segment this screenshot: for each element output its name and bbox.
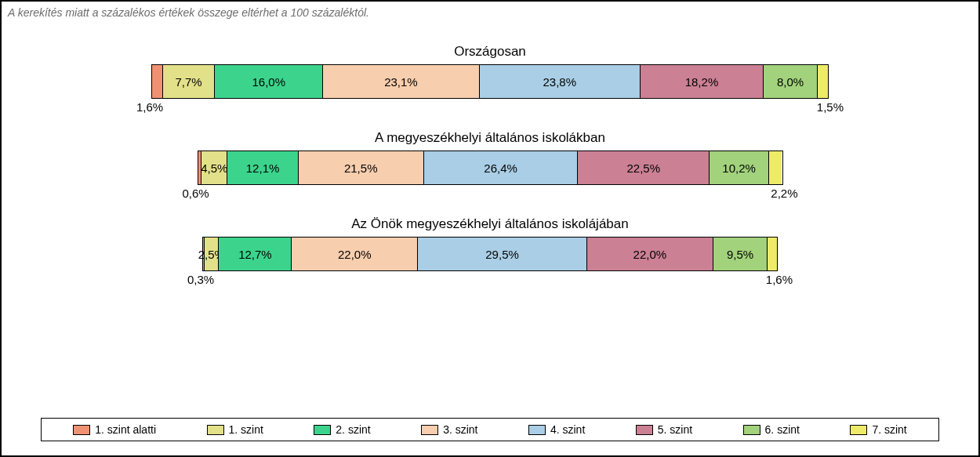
segment-label: 10,2% — [722, 161, 756, 175]
segment-3.-szint: 23,1% — [323, 65, 479, 98]
legend-label: 3. szint — [443, 423, 477, 436]
segment-label: 23,8% — [543, 75, 577, 89]
bar-title-2: Az Önök megyeszékhelyi általános iskoláj… — [49, 216, 931, 232]
segment-5.-szint: 22,0% — [587, 238, 713, 270]
segment-5.-szint: 18,2% — [641, 65, 764, 98]
segment-label: 1,6% — [766, 273, 793, 286]
legend-label: 1. szint alatti — [95, 423, 156, 436]
bar-row-2: 0,3%2,5%12,7%22,0%29,5%22,0%9,5%1,6% — [202, 237, 778, 271]
stacked-bar: 1,6%7,7%16,0%23,1%23,8%18,2%8,0%1,5% — [151, 64, 829, 99]
segment-3.-szint: 21,5% — [299, 151, 424, 184]
segment-6.-szint: 8,0% — [764, 65, 818, 98]
legend-swatch — [207, 425, 224, 435]
bar-row-0: 1,6%7,7%16,0%23,1%23,8%18,2%8,0%1,5% — [151, 64, 829, 99]
legend-item: 4. szint — [528, 423, 585, 436]
legend-swatch — [528, 425, 546, 435]
segment-label: 9,5% — [727, 248, 753, 261]
legend: 1. szint alatti1. szint2. szint3. szint4… — [41, 418, 939, 441]
rounding-note: A kerekítés miatt a százalékos értékek ö… — [2, 2, 978, 20]
legend-item: 2. szint — [314, 423, 370, 436]
legend-label: 4. szint — [550, 423, 585, 436]
segment-label: 26,4% — [484, 161, 517, 175]
segment-5.-szint: 22,5% — [578, 151, 710, 184]
segment-label: 22,0% — [338, 248, 372, 261]
legend-swatch — [743, 425, 760, 435]
legend-swatch — [73, 425, 90, 435]
legend-item: 5. szint — [636, 423, 692, 436]
segment-1.-szint: 2,5% — [205, 238, 219, 270]
legend-item: 3. szint — [421, 423, 477, 436]
legend-swatch — [421, 425, 438, 435]
segment-label: 22,0% — [633, 248, 667, 261]
segment-label: 21,5% — [344, 161, 378, 175]
bar-title-0: Országosan — [49, 44, 931, 60]
legend-label: 6. szint — [765, 423, 800, 436]
segment-label: 7,7% — [175, 75, 201, 89]
segment-label: 29,5% — [485, 248, 519, 261]
segment-3.-szint: 22,0% — [292, 238, 418, 270]
segment-2.-szint: 16,0% — [215, 65, 323, 98]
segment-label: 12,1% — [246, 161, 280, 175]
legend-label: 5. szint — [658, 423, 692, 436]
segment-label: 23,1% — [384, 75, 418, 89]
bar-row-1: 0,6%4,5%12,1%21,5%26,4%22,5%10,2%2,2% — [198, 151, 783, 185]
legend-label: 7. szint — [872, 423, 906, 436]
legend-swatch — [314, 425, 331, 435]
plots-area: Országosan 1,6%7,7%16,0%23,1%23,8%18,2%8… — [2, 20, 978, 296]
legend-item: 1. szint alatti — [73, 423, 156, 436]
segment-6.-szint: 9,5% — [713, 238, 768, 270]
segment-label: 8,0% — [777, 75, 804, 89]
segment-label: 16,0% — [252, 75, 285, 89]
stacked-bar: 0,3%2,5%12,7%22,0%29,5%22,0%9,5%1,6% — [202, 237, 778, 271]
segment-4.-szint: 29,5% — [418, 238, 587, 270]
segment-7.-szint: 2,2% — [769, 151, 782, 184]
legend-label: 2. szint — [336, 423, 370, 436]
stacked-bar: 0,6%4,5%12,1%21,5%26,4%22,5%10,2%2,2% — [198, 151, 783, 185]
segment-label: 1,6% — [136, 100, 163, 114]
segment-label: 18,2% — [685, 75, 719, 89]
legend-item: 6. szint — [743, 423, 800, 436]
segment-2.-szint: 12,7% — [219, 238, 292, 270]
legend-swatch — [850, 425, 867, 435]
chart-container: A kerekítés miatt a százalékos értékek ö… — [0, 0, 980, 457]
segment-7.-szint: 1,6% — [768, 238, 777, 270]
legend-label: 1. szint — [229, 423, 263, 436]
segment-label: 12,7% — [238, 248, 272, 261]
segment-2.-szint: 12,1% — [227, 151, 298, 184]
segment-label: 2,2% — [771, 187, 797, 200]
segment-1.-szint: 7,7% — [163, 65, 215, 98]
segment-label: 0,6% — [182, 187, 209, 200]
segment-label: 22,5% — [627, 161, 661, 175]
legend-item: 7. szint — [850, 423, 906, 436]
bar-title-1: A megyeszékhelyi általános iskolákban — [49, 130, 931, 146]
segment-4.-szint: 23,8% — [480, 65, 641, 98]
segment-4.-szint: 26,4% — [424, 151, 579, 184]
legend-item: 1. szint — [207, 423, 263, 436]
segment-7.-szint: 1,5% — [818, 65, 828, 98]
segment-label: 0,3% — [187, 273, 214, 286]
segment-1.-szint-alatti: 1,6% — [152, 65, 163, 98]
segment-6.-szint: 10,2% — [710, 151, 769, 184]
segment-1.-szint: 4,5% — [201, 151, 228, 184]
segment-label: 1,5% — [817, 100, 844, 114]
legend-swatch — [636, 425, 653, 435]
segment-label: 4,5% — [201, 161, 227, 175]
